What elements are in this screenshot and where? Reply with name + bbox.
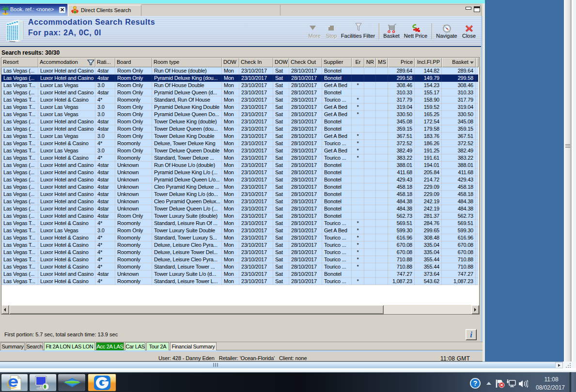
svg-text:?: ? <box>473 379 478 387</box>
